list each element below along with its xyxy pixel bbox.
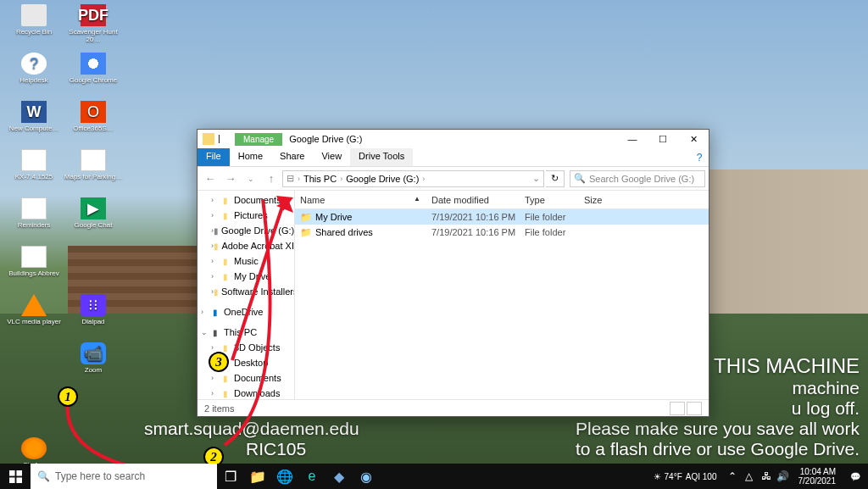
desktop-icon[interactable]: VLC media player: [4, 294, 64, 341]
desktop-icon[interactable]: ?Helpdesk: [4, 53, 64, 99]
app-icon: W: [21, 101, 47, 123]
app-icon: ?: [21, 53, 47, 75]
icon-label: Zoom: [85, 366, 102, 374]
tab-drive-tools[interactable]: Drive Tools: [350, 148, 413, 166]
sun-icon: ☀: [654, 472, 661, 481]
svg-rect-4: [16, 470, 22, 476]
desktop-icon[interactable]: KX-7.4.1525: [4, 149, 64, 196]
tray-network-icon[interactable]: 🖧: [758, 464, 775, 489]
search-icon: 🔍: [574, 173, 586, 184]
file-row[interactable]: 📁Shared drives7/19/2021 10:16 PMFile fol…: [295, 225, 709, 240]
app-icon: 📹: [81, 342, 106, 364]
desktop-icon[interactable]: Maps for Parking…: [64, 149, 123, 196]
icon-label: Google Chrome: [70, 76, 117, 84]
taskbar-search[interactable]: 🔍 Type here to search: [31, 464, 217, 489]
titlebar[interactable]: | Manage Google Drive (G:) — ☐ ✕: [198, 130, 709, 148]
app-taskbar-2[interactable]: ◉: [353, 464, 380, 489]
crumb-gdrive[interactable]: Google Drive (G:): [346, 174, 419, 184]
file-explorer-taskbar[interactable]: 📁: [244, 464, 271, 489]
app-icon: ▶: [81, 197, 106, 219]
file-type: File folder: [520, 227, 579, 237]
app-icon: [81, 149, 106, 171]
col-size[interactable]: Size: [579, 195, 630, 205]
tab-home[interactable]: Home: [230, 148, 271, 166]
desktop-icon[interactable]: Reminders: [4, 197, 64, 244]
icon-label: Recycle Bin: [16, 28, 52, 36]
addr-dropdown-icon[interactable]: ⌄: [532, 173, 540, 184]
minimize-button[interactable]: —: [617, 130, 648, 148]
desktop-icon[interactable]: ⁝⁝Dialpad: [64, 294, 123, 341]
search-icon: 🔍: [37, 470, 50, 482]
sort-asc-icon: ▲: [414, 195, 420, 203]
svg-rect-6: [16, 477, 22, 483]
search-placeholder: Search Google Drive (G:): [589, 174, 694, 184]
view-large-button[interactable]: [687, 402, 702, 415]
recent-button[interactable]: ⌄: [242, 169, 260, 188]
ribbon-tabs: File Home Share View Drive Tools ?: [198, 148, 709, 167]
icon-label: Buildings Abbrev: [8, 270, 59, 277]
icon-label: New Compute…: [9, 125, 59, 132]
edge-taskbar[interactable]: e: [298, 464, 326, 489]
up-button[interactable]: ↑: [262, 169, 281, 188]
notification-center-icon[interactable]: 💬: [843, 472, 868, 481]
desktop-icon[interactable]: Google Chrome: [64, 53, 123, 99]
taskbar-clock[interactable]: 10:04 AM 7/20/2021: [792, 467, 843, 486]
desktop-icon[interactable]: 📹Zoom: [64, 342, 123, 389]
back-button[interactable]: ←: [201, 169, 220, 188]
task-view-button[interactable]: ❐: [217, 464, 244, 489]
search-box[interactable]: 🔍 Search Google Drive (G:): [570, 170, 705, 187]
taskbar: 🔍 Type here to search ❐ 📁 🌐 e ◆ ◉ ☀ 74°F…: [0, 464, 868, 489]
col-date[interactable]: Date modified: [426, 195, 520, 205]
icon-label: Google Chat: [75, 221, 113, 229]
icon-label: VLC media player: [7, 318, 61, 325]
desktop-icon[interactable]: ▶Google Chat: [64, 197, 123, 244]
desktop-icon[interactable]: OOffice365S…: [64, 101, 123, 147]
tray-volume-icon[interactable]: 🔊: [775, 464, 792, 489]
quick-access-toolbar: |: [198, 133, 235, 145]
icon-label: Reminders: [18, 221, 51, 229]
svg-rect-5: [9, 477, 15, 483]
icon-label: Dialpad: [81, 318, 104, 325]
folder-icon: [203, 133, 214, 145]
desktop-icon[interactable]: WNew Compute…: [4, 101, 64, 147]
file-rows: 📁My Drive7/19/2021 10:16 PMFile folder📁S…: [295, 209, 709, 240]
app-icon: [21, 4, 47, 26]
app-icon: [21, 246, 47, 268]
ribbon-context-manage[interactable]: Manage: [235, 133, 282, 146]
icon-label: KX-7.4.1525: [15, 173, 53, 181]
desktop-icon[interactable]: Recycle Bin: [4, 4, 64, 51]
app-taskbar-1[interactable]: ◆: [326, 464, 353, 489]
view-details-button[interactable]: [670, 402, 685, 415]
drive-icon: ⊟: [287, 173, 294, 184]
file-row[interactable]: 📁My Drive7/19/2021 10:16 PMFile folder: [295, 209, 709, 225]
annotation-arrow-3: [225, 191, 302, 369]
tab-view[interactable]: View: [313, 148, 350, 166]
app-icon: [21, 294, 47, 316]
weather-widget[interactable]: ☀ 74°F AQI 100: [647, 472, 724, 481]
col-name[interactable]: Name ▲: [295, 195, 426, 205]
tray-chevron-icon[interactable]: ⌃: [724, 464, 741, 489]
tab-file[interactable]: File: [198, 148, 230, 166]
file-name: My Drive: [315, 212, 352, 222]
app-icon: [21, 437, 47, 459]
navigation-bar: ← → ⌄ ↑ ⊟ › This PC › Google Drive (G:) …: [198, 167, 709, 191]
icon-label: Scavenger Hunt 20…: [64, 28, 123, 43]
tray-gdrive-icon[interactable]: △: [741, 464, 758, 489]
icon-label: Helpdesk: [19, 76, 47, 84]
tab-share[interactable]: Share: [271, 148, 313, 166]
app-icon: ⁝⁝: [81, 294, 106, 316]
maximize-button[interactable]: ☐: [648, 130, 678, 148]
help-icon[interactable]: ?: [690, 148, 709, 166]
address-bar[interactable]: ⊟ › This PC › Google Drive (G:) › ⌄: [282, 170, 544, 187]
file-type: File folder: [520, 212, 579, 222]
crumb-this-pc[interactable]: This PC: [303, 174, 337, 184]
desktop-icon[interactable]: Buildings Abbrev: [4, 246, 64, 292]
col-type[interactable]: Type: [520, 195, 579, 205]
app-icon: [81, 53, 106, 75]
forward-button[interactable]: →: [221, 169, 240, 188]
refresh-button[interactable]: ↻: [546, 170, 565, 187]
start-button[interactable]: [0, 464, 31, 489]
desktop-icon[interactable]: PDFScavenger Hunt 20…: [64, 4, 123, 51]
close-button[interactable]: ✕: [678, 130, 709, 148]
chrome-taskbar[interactable]: 🌐: [271, 464, 298, 489]
